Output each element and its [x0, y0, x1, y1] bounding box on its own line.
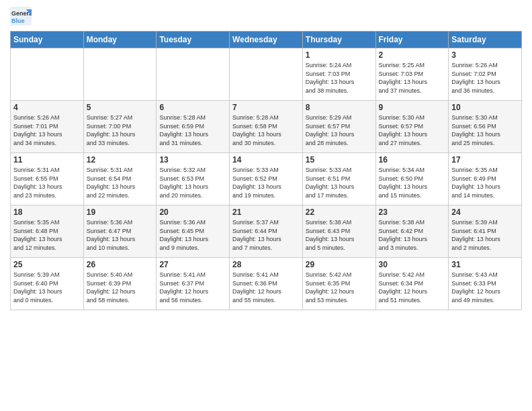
calendar-cell: 5Sunrise: 5:27 AM Sunset: 7:00 PM Daylig… [83, 101, 157, 153]
day-number: 31 [451, 260, 519, 269]
day-info: Sunrise: 5:29 AM Sunset: 6:57 PM Dayligh… [306, 113, 373, 147]
calendar-cell [83, 48, 157, 101]
day-info: Sunrise: 5:30 AM Sunset: 6:57 PM Dayligh… [379, 113, 446, 147]
day-number: 17 [451, 155, 519, 165]
weekday-header-thursday: Thursday [302, 32, 375, 48]
weekday-header-friday: Friday [375, 32, 449, 48]
day-number: 30 [379, 260, 446, 269]
calendar-cell: 9Sunrise: 5:30 AM Sunset: 6:57 PM Daylig… [375, 101, 449, 153]
day-info: Sunrise: 5:35 AM Sunset: 6:49 PM Dayligh… [451, 166, 519, 199]
calendar-cell: 18Sunrise: 5:35 AM Sunset: 6:48 PM Dayli… [11, 205, 84, 258]
calendar-cell: 15Sunrise: 5:33 AM Sunset: 6:51 PM Dayli… [302, 153, 375, 205]
day-info: Sunrise: 5:39 AM Sunset: 6:41 PM Dayligh… [451, 218, 519, 252]
calendar-week-4: 18Sunrise: 5:35 AM Sunset: 6:48 PM Dayli… [11, 205, 522, 258]
calendar-cell: 30Sunrise: 5:42 AM Sunset: 6:34 PM Dayli… [375, 258, 449, 310]
day-number: 18 [13, 208, 81, 217]
day-info: Sunrise: 5:40 AM Sunset: 6:39 PM Dayligh… [87, 271, 154, 304]
calendar-cell: 19Sunrise: 5:36 AM Sunset: 6:47 PM Dayli… [83, 205, 157, 258]
day-number: 16 [379, 155, 446, 165]
day-info: Sunrise: 5:38 AM Sunset: 6:42 PM Dayligh… [379, 218, 446, 252]
header: General Blue [10, 7, 522, 26]
calendar-cell: 10Sunrise: 5:30 AM Sunset: 6:56 PM Dayli… [449, 101, 522, 153]
weekday-header-tuesday: Tuesday [157, 32, 230, 48]
day-number: 25 [13, 260, 81, 269]
day-number: 27 [159, 260, 226, 269]
day-number: 14 [232, 155, 300, 165]
calendar-week-1: 1Sunrise: 5:24 AM Sunset: 7:03 PM Daylig… [11, 48, 522, 101]
day-number: 4 [13, 103, 81, 112]
calendar-cell: 2Sunrise: 5:25 AM Sunset: 7:03 PM Daylig… [375, 48, 449, 101]
calendar-cell [230, 48, 303, 101]
calendar-cell [157, 48, 230, 101]
calendar-cell: 13Sunrise: 5:32 AM Sunset: 6:53 PM Dayli… [157, 153, 230, 205]
calendar-week-3: 11Sunrise: 5:31 AM Sunset: 6:55 PM Dayli… [11, 153, 522, 205]
weekday-header-row: SundayMondayTuesdayWednesdayThursdayFrid… [11, 32, 522, 48]
day-info: Sunrise: 5:39 AM Sunset: 6:40 PM Dayligh… [13, 271, 81, 304]
day-number: 12 [87, 155, 154, 165]
day-number: 1 [306, 50, 373, 60]
calendar-cell: 17Sunrise: 5:35 AM Sunset: 6:49 PM Dayli… [449, 153, 522, 205]
calendar-cell: 7Sunrise: 5:28 AM Sunset: 6:58 PM Daylig… [230, 101, 303, 153]
calendar-cell: 4Sunrise: 5:26 AM Sunset: 7:01 PM Daylig… [11, 101, 84, 153]
calendar-cell: 21Sunrise: 5:37 AM Sunset: 6:44 PM Dayli… [230, 205, 303, 258]
calendar-cell: 26Sunrise: 5:40 AM Sunset: 6:39 PM Dayli… [83, 258, 157, 310]
calendar-cell: 27Sunrise: 5:41 AM Sunset: 6:37 PM Dayli… [157, 258, 230, 310]
day-number: 13 [159, 155, 226, 165]
calendar-cell: 20Sunrise: 5:36 AM Sunset: 6:45 PM Dayli… [157, 205, 230, 258]
day-number: 29 [306, 260, 373, 269]
calendar-week-2: 4Sunrise: 5:26 AM Sunset: 7:01 PM Daylig… [11, 101, 522, 153]
day-number: 20 [159, 208, 226, 217]
weekday-header-monday: Monday [83, 32, 157, 48]
day-number: 19 [87, 208, 154, 217]
day-number: 10 [451, 103, 519, 112]
day-number: 8 [306, 103, 373, 112]
day-info: Sunrise: 5:38 AM Sunset: 6:43 PM Dayligh… [306, 218, 373, 252]
day-info: Sunrise: 5:25 AM Sunset: 7:03 PM Dayligh… [379, 61, 446, 95]
calendar-cell: 8Sunrise: 5:29 AM Sunset: 6:57 PM Daylig… [302, 101, 375, 153]
calendar-cell: 14Sunrise: 5:33 AM Sunset: 6:52 PM Dayli… [230, 153, 303, 205]
day-number: 9 [379, 103, 446, 112]
day-number: 23 [379, 208, 446, 217]
day-number: 2 [379, 50, 446, 60]
day-info: Sunrise: 5:28 AM Sunset: 6:59 PM Dayligh… [159, 113, 226, 147]
page-container: General Blue SundayMondayTuesdayWednesda… [0, 0, 532, 317]
day-number: 6 [159, 103, 226, 112]
day-info: Sunrise: 5:41 AM Sunset: 6:37 PM Dayligh… [159, 271, 226, 304]
weekday-header-sunday: Sunday [11, 32, 84, 48]
day-info: Sunrise: 5:36 AM Sunset: 6:47 PM Dayligh… [87, 218, 154, 252]
day-info: Sunrise: 5:32 AM Sunset: 6:53 PM Dayligh… [159, 166, 226, 199]
calendar-cell: 28Sunrise: 5:41 AM Sunset: 6:36 PM Dayli… [230, 258, 303, 310]
day-info: Sunrise: 5:26 AM Sunset: 7:01 PM Dayligh… [13, 113, 81, 147]
calendar-table: SundayMondayTuesdayWednesdayThursdayFrid… [10, 31, 522, 310]
day-info: Sunrise: 5:33 AM Sunset: 6:52 PM Dayligh… [232, 166, 300, 199]
calendar-cell: 11Sunrise: 5:31 AM Sunset: 6:55 PM Dayli… [11, 153, 84, 205]
calendar-cell: 29Sunrise: 5:42 AM Sunset: 6:35 PM Dayli… [302, 258, 375, 310]
day-info: Sunrise: 5:36 AM Sunset: 6:45 PM Dayligh… [159, 218, 226, 252]
calendar-cell: 6Sunrise: 5:28 AM Sunset: 6:59 PM Daylig… [157, 101, 230, 153]
day-info: Sunrise: 5:26 AM Sunset: 7:02 PM Dayligh… [451, 61, 519, 95]
day-info: Sunrise: 5:42 AM Sunset: 6:34 PM Dayligh… [379, 271, 446, 304]
day-number: 26 [87, 260, 154, 269]
day-number: 11 [13, 155, 81, 165]
calendar-cell [11, 48, 84, 101]
day-info: Sunrise: 5:41 AM Sunset: 6:36 PM Dayligh… [232, 271, 300, 304]
calendar-cell: 3Sunrise: 5:26 AM Sunset: 7:02 PM Daylig… [449, 48, 522, 101]
day-info: Sunrise: 5:28 AM Sunset: 6:58 PM Dayligh… [232, 113, 300, 147]
calendar-cell: 25Sunrise: 5:39 AM Sunset: 6:40 PM Dayli… [11, 258, 84, 310]
logo-icon: General Blue [10, 7, 32, 26]
day-info: Sunrise: 5:35 AM Sunset: 6:48 PM Dayligh… [13, 218, 81, 252]
calendar-cell: 22Sunrise: 5:38 AM Sunset: 6:43 PM Dayli… [302, 205, 375, 258]
day-number: 15 [306, 155, 373, 165]
day-info: Sunrise: 5:27 AM Sunset: 7:00 PM Dayligh… [87, 113, 154, 147]
day-number: 3 [451, 50, 519, 60]
day-number: 21 [232, 208, 300, 217]
day-number: 24 [451, 208, 519, 217]
svg-text:Blue: Blue [11, 17, 25, 24]
day-info: Sunrise: 5:34 AM Sunset: 6:50 PM Dayligh… [379, 166, 446, 199]
day-number: 22 [306, 208, 373, 217]
weekday-header-wednesday: Wednesday [230, 32, 303, 48]
calendar-cell: 16Sunrise: 5:34 AM Sunset: 6:50 PM Dayli… [375, 153, 449, 205]
day-info: Sunrise: 5:42 AM Sunset: 6:35 PM Dayligh… [306, 271, 373, 304]
day-number: 5 [87, 103, 154, 112]
calendar-week-5: 25Sunrise: 5:39 AM Sunset: 6:40 PM Dayli… [11, 258, 522, 310]
